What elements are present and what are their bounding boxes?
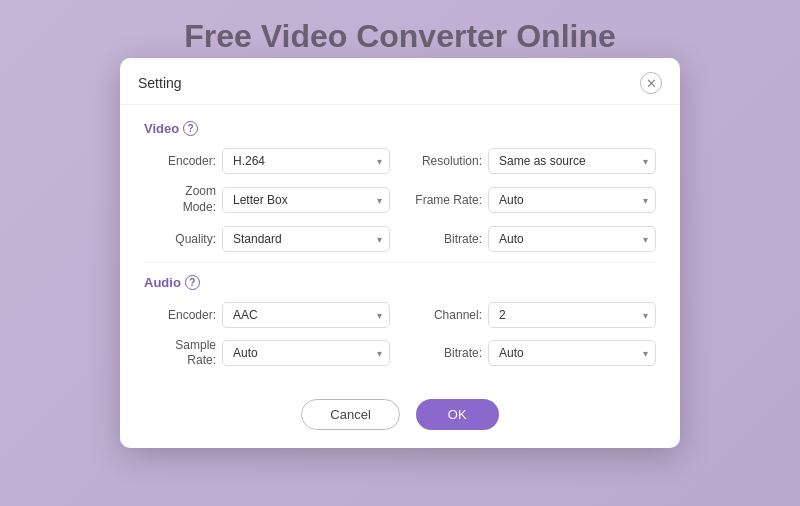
resolution-select-wrapper: Same as source 1920x1080 1280x720 854x48… [488, 148, 656, 174]
encoder-label: Encoder: [144, 154, 216, 168]
audio-encoder-select-wrapper: AAC MP3 AC3 FLAC ▾ [222, 302, 390, 328]
sample-rate-select[interactable]: Auto 44100 48000 22050 [222, 340, 390, 366]
audio-encoder-label: Encoder: [144, 308, 216, 322]
video-settings-grid: Encoder: H.264 H.265 MPEG-4 VP8 VP9 ▾ Re… [144, 148, 656, 251]
section-divider [144, 262, 656, 263]
sample-rate-row: SampleRate: Auto 44100 48000 22050 ▾ [144, 338, 390, 369]
video-section-label: Video ? [144, 121, 656, 136]
quality-label: Quality: [144, 232, 216, 246]
settings-dialog: Setting ✕ Video ? Encoder: H.264 H.2 [120, 58, 680, 447]
encoder-row: Encoder: H.264 H.265 MPEG-4 VP8 VP9 ▾ [144, 148, 390, 174]
close-icon: ✕ [646, 77, 657, 90]
frame-rate-row: Frame Rate: Auto 24 25 30 60 ▾ [410, 184, 656, 215]
channel-row: Channel: 2 1 6 ▾ [410, 302, 656, 328]
quality-row: Quality: Standard High Low ▾ [144, 226, 390, 252]
zoom-mode-select[interactable]: Letter Box Pan & Scan Full [222, 187, 390, 213]
video-help-icon[interactable]: ? [183, 121, 198, 136]
audio-section-label: Audio ? [144, 275, 656, 290]
sample-rate-select-wrapper: Auto 44100 48000 22050 ▾ [222, 340, 390, 366]
dialog-title: Setting [138, 75, 182, 91]
quality-select-wrapper: Standard High Low ▾ [222, 226, 390, 252]
quality-select[interactable]: Standard High Low [222, 226, 390, 252]
frame-rate-select[interactable]: Auto 24 25 30 60 [488, 187, 656, 213]
video-bitrate-row: Bitrate: Auto 1000k 2000k 5000k ▾ [410, 226, 656, 252]
audio-settings-grid: Encoder: AAC MP3 AC3 FLAC ▾ Channel: [144, 302, 656, 369]
encoder-select[interactable]: H.264 H.265 MPEG-4 VP8 VP9 [222, 148, 390, 174]
frame-rate-label: Frame Rate: [410, 193, 482, 207]
audio-bitrate-select-wrapper: Auto 128k 192k 256k 320k ▾ [488, 340, 656, 366]
channel-label: Channel: [410, 308, 482, 322]
zoom-mode-label: ZoomMode: [144, 184, 216, 215]
video-bitrate-select[interactable]: Auto 1000k 2000k 5000k [488, 226, 656, 252]
audio-bitrate-label: Bitrate: [410, 346, 482, 360]
audio-help-icon[interactable]: ? [185, 275, 200, 290]
dialog-header: Setting ✕ [120, 58, 680, 105]
resolution-select[interactable]: Same as source 1920x1080 1280x720 854x48… [488, 148, 656, 174]
resolution-label: Resolution: [410, 154, 482, 168]
audio-encoder-row: Encoder: AAC MP3 AC3 FLAC ▾ [144, 302, 390, 328]
zoom-mode-row: ZoomMode: Letter Box Pan & Scan Full ▾ [144, 184, 390, 215]
video-bitrate-label: Bitrate: [410, 232, 482, 246]
resolution-row: Resolution: Same as source 1920x1080 128… [410, 148, 656, 174]
audio-bitrate-select[interactable]: Auto 128k 192k 256k 320k [488, 340, 656, 366]
channel-select[interactable]: 2 1 6 [488, 302, 656, 328]
audio-encoder-select[interactable]: AAC MP3 AC3 FLAC [222, 302, 390, 328]
modal-overlay: Setting ✕ Video ? Encoder: H.264 H.2 [0, 0, 800, 506]
encoder-select-wrapper: H.264 H.265 MPEG-4 VP8 VP9 ▾ [222, 148, 390, 174]
audio-bitrate-row: Bitrate: Auto 128k 192k 256k 320k ▾ [410, 338, 656, 369]
close-button[interactable]: ✕ [640, 72, 662, 94]
video-bitrate-select-wrapper: Auto 1000k 2000k 5000k ▾ [488, 226, 656, 252]
ok-button[interactable]: OK [416, 399, 499, 430]
dialog-body: Video ? Encoder: H.264 H.265 MPEG-4 VP8 … [120, 105, 680, 388]
cancel-button[interactable]: Cancel [301, 399, 399, 430]
dialog-footer: Cancel OK [120, 389, 680, 448]
channel-select-wrapper: 2 1 6 ▾ [488, 302, 656, 328]
zoom-mode-select-wrapper: Letter Box Pan & Scan Full ▾ [222, 187, 390, 213]
frame-rate-select-wrapper: Auto 24 25 30 60 ▾ [488, 187, 656, 213]
sample-rate-label: SampleRate: [144, 338, 216, 369]
